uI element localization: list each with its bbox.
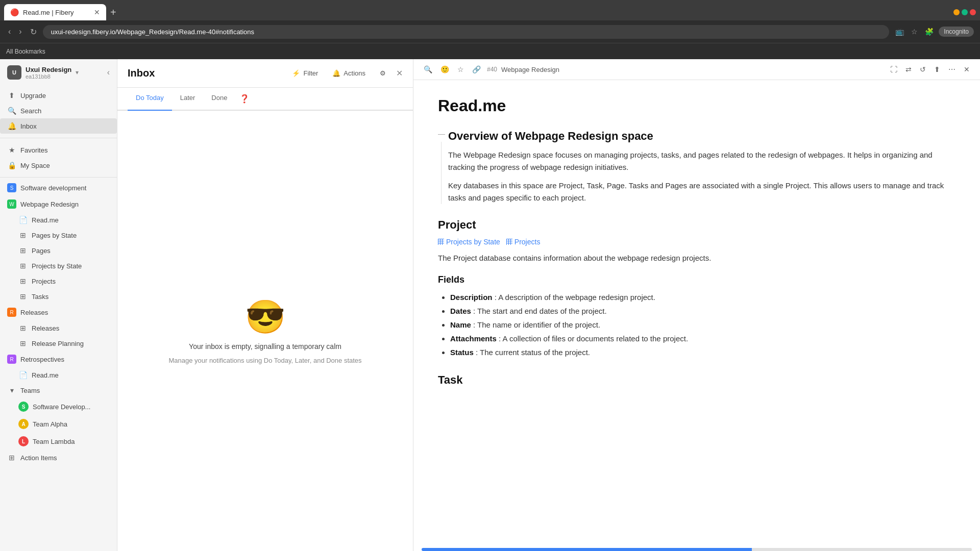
sidebar-item-search[interactable]: 🔍 Search: [0, 103, 117, 118]
doc-link-chain-icon[interactable]: 🔗: [470, 63, 483, 76]
doc-link-projects[interactable]: Projects: [506, 238, 541, 246]
sidebar-item-my-space[interactable]: 🔒 My Space: [0, 158, 117, 173]
forward-button[interactable]: ›: [17, 25, 23, 38]
space-dot-software: S: [7, 183, 16, 192]
doc-link-projects-by-state[interactable]: Projects by State: [438, 238, 500, 246]
minimize-button[interactable]: [953, 9, 960, 15]
workspace-chevron-icon[interactable]: ▾: [76, 69, 79, 76]
sidebar-item-webpage-redesign[interactable]: W Webpage Redesign: [0, 196, 117, 212]
projects-by-state-icon: ⊞: [18, 262, 28, 270]
sidebar-item-retro-readme[interactable]: 📄 Read.me: [0, 367, 117, 383]
my-space-label: My Space: [20, 162, 110, 169]
upgrade-icon: ⬆: [7, 91, 16, 99]
pages-icon: ⊞: [18, 246, 28, 255]
doc-overview-section: — Overview of Webpage Redesign space The…: [438, 130, 955, 204]
tasks-icon: ⊞: [18, 292, 28, 300]
sidebar-item-pages[interactable]: ⊞ Pages: [0, 243, 117, 258]
sidebar-item-software-development[interactable]: S Software development: [0, 180, 117, 196]
pages-by-state-icon: ⊞: [18, 231, 28, 239]
sliders-icon: ⚙: [380, 69, 386, 77]
tab-later[interactable]: Later: [172, 88, 204, 111]
link-label-projects-by-state: Projects by State: [446, 238, 500, 246]
sidebar-item-favorites[interactable]: ★ Favorites: [0, 142, 117, 158]
retro-readme-icon: 📄: [18, 371, 28, 379]
doc-more-icon[interactable]: ⋯: [946, 63, 958, 76]
grid-icon-2: [506, 239, 512, 245]
doc-share-icon[interactable]: ⬆: [932, 63, 942, 76]
sidebar-item-projects[interactable]: ⊞ Projects: [0, 273, 117, 289]
team-avatar-alpha: A: [18, 419, 29, 429]
sidebar-item-tasks[interactable]: ⊞ Tasks: [0, 289, 117, 304]
doc-expand-icon[interactable]: ⛶: [888, 63, 899, 76]
my-space-icon: 🔒: [7, 161, 16, 169]
inbox-label: Inbox: [20, 122, 110, 130]
inbox-empty-emoji: 😎: [245, 298, 286, 336]
actions-button[interactable]: 🔔 Actions: [328, 67, 370, 79]
release-planning-icon: ⊞: [18, 339, 28, 347]
inbox-empty-title: Your inbox is empty, signalling a tempor…: [189, 342, 341, 350]
sidebar-item-projects-by-state[interactable]: ⊞ Projects by State: [0, 258, 117, 273]
inbox-close-button[interactable]: ✕: [396, 68, 403, 78]
webpage-redesign-label: Webpage Redesign: [20, 201, 79, 208]
doc-panel: 🔍 🙂 ☆ 🔗 #40 Webpage Redesign ⛶ ⇄ ↺ ⬆ ⋯ ✕: [413, 59, 980, 551]
sidebar-item-team-software[interactable]: S Software Develop...: [0, 398, 117, 415]
tab-close-button[interactable]: ✕: [94, 8, 100, 16]
tab-help-icon[interactable]: ❓: [235, 88, 254, 110]
sidebar-item-upgrade[interactable]: ⬆ Upgrade: [0, 88, 117, 103]
inbox-icon: 🔔: [7, 122, 16, 130]
doc-search-icon[interactable]: 🔍: [422, 63, 434, 76]
sidebar-item-releases-space[interactable]: R Releases: [0, 304, 117, 320]
tab-done[interactable]: Done: [203, 88, 235, 111]
doc-field-attachments: Attachments : A collection of files or d…: [450, 332, 955, 345]
release-planning-label: Release Planning: [32, 340, 110, 347]
maximize-button[interactable]: [962, 9, 968, 15]
sidebar-toggle-button[interactable]: ‹: [107, 68, 110, 77]
readme-icon: 📄: [18, 216, 28, 224]
active-tab[interactable]: 🔴 Read.me | Fibery ✕: [4, 4, 106, 20]
back-button[interactable]: ‹: [6, 25, 13, 38]
doc-toolbar-right: ⛶ ⇄ ↺ ⬆ ⋯ ✕: [888, 63, 972, 76]
favorites-label: Favorites: [20, 146, 110, 154]
doc-emoji-icon[interactable]: 🙂: [438, 63, 451, 76]
sidebar-item-inbox[interactable]: 🔔 Inbox: [0, 118, 117, 134]
sidebar-item-action-items[interactable]: ⊞ Action Items: [0, 450, 117, 465]
releases-icon: ⊞: [18, 324, 28, 332]
new-tab-button[interactable]: +: [106, 7, 120, 18]
tab-do-today[interactable]: Do Today: [128, 88, 172, 111]
sidebar-item-release-planning[interactable]: ⊞ Release Planning: [0, 336, 117, 351]
refresh-button[interactable]: ↻: [28, 25, 39, 39]
sidebar-item-retrospectives-space[interactable]: R Retrospectives: [0, 351, 117, 367]
workspace-info[interactable]: U Uxui Redesign ea131bb8 ▾: [7, 65, 79, 80]
breadcrumb-text: Webpage Redesign: [501, 66, 559, 73]
sidebar-item-team-lambda[interactable]: L Team Lambda: [0, 433, 117, 450]
releases-space-label: Releases: [20, 309, 48, 316]
extensions-icon[interactable]: 🧩: [923, 27, 936, 37]
doc-overview-p2: Key databases in this space are Project,…: [448, 180, 955, 204]
doc-fields-heading: Fields: [438, 274, 955, 285]
grid-icon-1: [438, 239, 444, 245]
divider-1: [0, 138, 117, 138]
readme-label: Read.me: [32, 216, 110, 224]
bookmark-icon[interactable]: ☆: [909, 27, 920, 37]
sidebar-item-teams[interactable]: ▾ Teams: [0, 383, 117, 398]
doc-star-icon[interactable]: ☆: [455, 63, 466, 76]
workspace-id: ea131bb8: [26, 73, 71, 80]
filter-button[interactable]: ⚡ Filter: [288, 67, 322, 79]
sidebar-item-team-alpha[interactable]: A Team Alpha: [0, 415, 117, 433]
close-window-button[interactable]: [970, 9, 976, 15]
doc-field-dates: Dates : The start and end dates of the p…: [450, 304, 955, 318]
sidebar-item-readme-webpage[interactable]: 📄 Read.me: [0, 212, 117, 228]
inbox-actions: ⚡ Filter 🔔 Actions ⚙ ✕: [288, 67, 403, 79]
sidebar-item-pages-by-state[interactable]: ⊞ Pages by State: [0, 228, 117, 243]
sidebar-item-releases[interactable]: ⊞ Releases: [0, 320, 117, 336]
doc-breadcrumb: Webpage Redesign: [501, 66, 884, 73]
doc-close-icon[interactable]: ✕: [962, 63, 972, 76]
address-bar-input[interactable]: [43, 25, 890, 39]
filter-sliders-button[interactable]: ⚙: [376, 67, 390, 79]
sidebar: U Uxui Redesign ea131bb8 ▾ ‹ ⬆ Upgrade 🔍…: [0, 59, 117, 551]
cast-icon: 📺: [893, 27, 906, 37]
doc-refresh-icon[interactable]: ↺: [918, 63, 928, 76]
doc-scrollbar[interactable]: [422, 548, 972, 551]
collapse-overview-icon[interactable]: —: [438, 130, 445, 138]
doc-sync-icon[interactable]: ⇄: [903, 63, 914, 76]
